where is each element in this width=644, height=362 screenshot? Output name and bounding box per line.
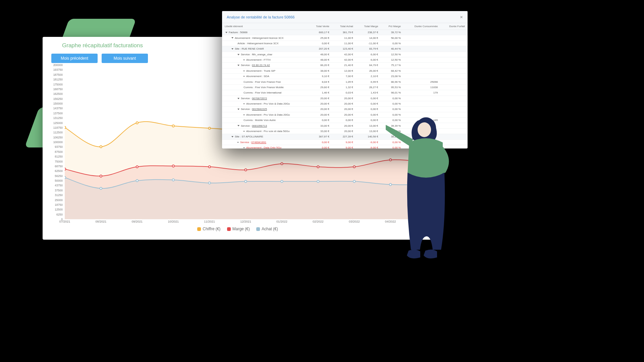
data-point [245, 169, 247, 171]
table-cell: 0,00 € [308, 118, 332, 123]
row-label: Abonnement : Data Only 5Go [246, 146, 281, 148]
profitability-table: Libellé élémentTotal VenteTotal AchatTot… [222, 23, 468, 148]
table-cell [404, 30, 440, 35]
prev-month-button[interactable]: Mois précédent [51, 54, 98, 63]
data-point [65, 126, 66, 128]
table-row[interactable]: Service : 068105671333,00 €20,00 €13,00 … [222, 123, 468, 128]
row-label: Abonnement : SDA [246, 75, 269, 78]
row-label-link[interactable]: 0615842225 [252, 108, 267, 111]
table-cell [440, 96, 468, 101]
table-cell: 20,00 € [332, 112, 356, 117]
table-row[interactable]: Abonnement : Trunk SIP38,00 €12,00 €26,0… [222, 68, 468, 73]
table-row[interactable]: Comms : Fixe Voix France Mobile29,60 €1,… [222, 84, 468, 90]
table-row[interactable]: Comms : Fixe Voix International1,46 €0,0… [222, 90, 468, 96]
table-cell: 0,00 € [332, 118, 356, 123]
table-cell: 23,08 % [381, 74, 404, 79]
bullet-icon [244, 103, 245, 104]
data-point [65, 168, 66, 170]
row-label: Site : RUE RENE CHAR [235, 47, 264, 50]
table-cell: 361,79 € [332, 30, 356, 35]
bullet-icon [244, 59, 245, 60]
y-tick: 187500 [53, 73, 63, 76]
table-cell: 20,00 € [308, 112, 332, 117]
table-row[interactable]: Abonnement : Data Only 5Go0,00 €9,00 €-9… [222, 145, 468, 148]
y-tick: 175000 [53, 83, 63, 86]
table-header: Pct Marge [381, 23, 404, 30]
table-row[interactable]: Service : 03 80 23 74 4286,20 €21,40 €64… [222, 63, 468, 68]
table-cell: 20,00 € [308, 107, 332, 112]
data-point [426, 161, 427, 163]
data-point [208, 182, 210, 184]
close-icon[interactable]: × [460, 14, 463, 20]
table-cell: 20,00 € [332, 96, 356, 101]
table-cell: 83,79 € [356, 46, 381, 52]
caret-down-icon[interactable] [237, 54, 239, 55]
next-month-button[interactable]: Mois suivant [102, 54, 148, 63]
table-row[interactable]: Comms : Fixe Voix France Fixe8,04 €1,05 … [222, 79, 468, 84]
table-row[interactable]: Article : Hébergement licence 3CX0,00 €1… [222, 41, 468, 46]
caret-down-icon[interactable] [237, 125, 239, 126]
table-cell: 0,00 % [381, 112, 404, 117]
row-label: Abonnement : Pro Voix & Data 20Go [246, 102, 290, 105]
table-cell: 179 [404, 90, 440, 96]
table-cell: 11,00 € [332, 35, 356, 41]
caret-down-icon[interactable] [237, 98, 239, 99]
table-row[interactable]: Service : 07489418910,00 €9,00 €-9,00 €0… [222, 139, 468, 145]
table-cell [440, 84, 468, 90]
table-cell: 0,00 % [381, 41, 404, 46]
table-cell: 0,03 € [332, 90, 356, 96]
table-row[interactable]: Service : ftth_orange_char48,00 €42,00 €… [222, 52, 468, 57]
row-label-link[interactable]: 0670673572 [252, 97, 267, 100]
table-row[interactable]: Site : RUE RENE CHAR207,20 €123,40 €83,7… [222, 46, 468, 52]
table-cell: 1,46 € [308, 90, 332, 96]
y-tick: 81250 [55, 155, 63, 158]
row-label-link[interactable]: 0681056713 [252, 124, 267, 127]
caret-down-icon[interactable] [231, 48, 233, 50]
table-row[interactable]: Site : ST APOLLINAIRE367,97 €227,39 €140… [222, 134, 468, 139]
data-point [136, 166, 138, 168]
row-label: Service : [241, 64, 251, 67]
table-cell: 28,27 € [356, 84, 381, 90]
table-row[interactable]: Service : 067067357220,00 €20,00 €0,00 €… [222, 96, 468, 101]
table-row[interactable]: Abonnement : FTTH48,00 €42,00 €6,00 €12,… [222, 57, 468, 62]
table-row[interactable]: Abonnement : Pro voix et data 50Go33,00 … [222, 128, 468, 134]
y-tick: 150000 [53, 102, 63, 105]
x-tick: 07/2021 [59, 220, 70, 223]
y-tick: 143750 [53, 107, 63, 110]
caret-down-icon[interactable] [231, 37, 233, 39]
table-cell [440, 139, 468, 145]
caret-down-icon[interactable] [231, 136, 233, 137]
row-label-link[interactable]: 0748941891 [251, 141, 266, 144]
table-row[interactable]: Facture : 50866600,17 €361,79 €238,37 €3… [222, 30, 468, 35]
row-label: Comms : Fixe Voix France Mobile [244, 86, 284, 89]
table-cell: 48,00 € [308, 57, 332, 62]
caret-down-icon[interactable] [237, 65, 239, 66]
table-cell [440, 63, 468, 68]
y-tick: 25000 [55, 198, 63, 202]
table-cell [440, 134, 468, 139]
x-tick: 10/2021 [168, 220, 179, 223]
table-cell [404, 74, 440, 79]
caret-down-icon[interactable] [237, 109, 239, 110]
table-row[interactable]: Abonnement : Pro Voix & Data 20Go20,00 €… [222, 101, 468, 106]
y-tick: 6250 [56, 213, 63, 216]
table-row[interactable]: Abonnement : SDA9,10 €7,00 €2,10 €23,08 … [222, 74, 468, 79]
table-cell [404, 112, 440, 117]
legend-marge: Marge (€) [232, 227, 250, 231]
table-cell [440, 90, 468, 96]
table-cell: 0,00 % [381, 145, 404, 148]
row-label-link[interactable]: 03 80 23 74 42 [252, 64, 270, 67]
table-cell: 29,60 € [308, 84, 332, 90]
y-tick: 37500 [55, 189, 63, 192]
table-row[interactable]: Abonnement : Pro Voix & Data 20Go20,00 €… [222, 112, 468, 117]
row-label: Service : [240, 141, 251, 144]
y-tick: 193750 [53, 68, 63, 71]
table-cell: 14,00 € [356, 35, 381, 41]
caret-down-icon[interactable] [225, 32, 227, 33]
table-header: Durée Forfait [440, 23, 468, 30]
table-cell [404, 134, 440, 139]
table-row[interactable]: Abonnement : Hébergement licence 3CX25,0… [222, 35, 468, 41]
table-row[interactable]: Comms : Mobile Voix Autre0,00 €0,00 €0,0… [222, 118, 468, 123]
table-cell: 9,00 € [332, 139, 356, 145]
table-row[interactable]: Service : 061584222520,00 €20,00 €0,00 €… [222, 107, 468, 112]
